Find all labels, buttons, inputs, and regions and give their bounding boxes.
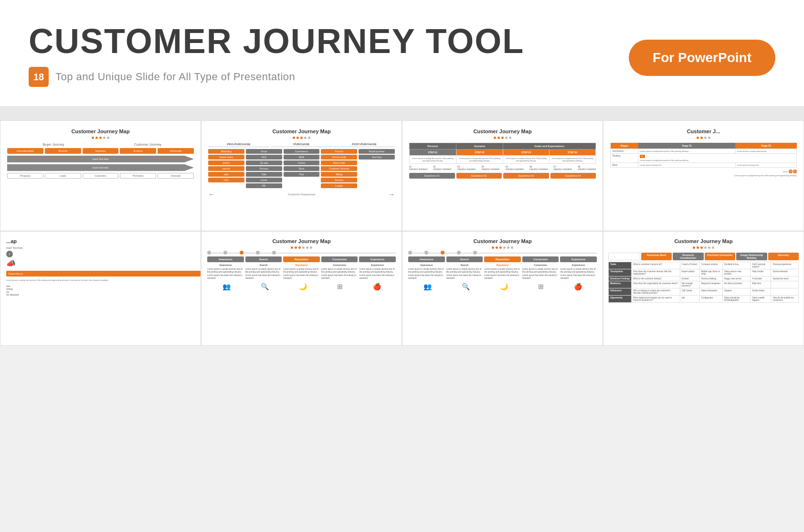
event-item: Event [246,178,282,182]
dot [103,137,106,139]
purchase-header: PURCHASE [271,143,332,147]
exp03-box: Experience 03 [503,173,549,179]
experience-phase: Experience [6,271,201,277]
timeline-node [223,251,227,255]
timeline-node [457,251,461,255]
email-item: Email [246,149,282,154]
subtitle-text: Top and Unique Slide for All Type of Pre… [55,71,295,83]
opp-val6: How do we enable my customers [771,296,799,303]
ceo-item: CEO [208,178,244,182]
em-val4: Happy new arrival [722,277,750,281]
grid-icon: ⊞ [337,283,343,290]
wk-val5: Wait time [751,281,771,288]
dot [704,246,707,249]
slide-count-badge: 18 [29,67,49,87]
thinking-label: Thinking [611,154,638,163]
upsale-item: Up sale [246,160,282,165]
slide-4[interactable]: Customer J... Stages Stage 01 Stage 02 [603,120,804,231]
table-row: Tasks What is customer trying to do? I n… [609,262,799,269]
stage-07: 07industry's standard [554,166,572,170]
timeline-node [256,251,260,255]
slide-2-dots [208,137,395,139]
right-arrow-icon: → [388,191,395,198]
opp-val1: What digital technologies can be used to… [632,296,680,303]
research-header: Research/ Consideration [673,253,704,260]
dot [302,246,305,249]
tp-val2: Lorem ipsum is simply dummy text [735,149,796,154]
prospects-box: Prospects [7,173,43,179]
dot [291,246,293,249]
exp02-box: Experience 02 [456,173,502,179]
dot [700,246,703,249]
buyer-journey-label: Buyer Journey [7,143,100,146]
for-powerpoint-button[interactable]: For PowerPoint [629,40,775,76]
dot [509,137,511,139]
dot [304,137,307,139]
inf-val6 [771,288,799,296]
post-purchase-header: POST-PURCHASE [334,143,395,147]
news-item: News Lette [321,160,357,165]
dot [697,137,699,139]
bottom-slide-2[interactable]: Customer Journey Map [201,231,402,346]
em-val1: What is the customer feeling? [632,277,680,281]
slide-1[interactable]: Customer Journey Map Buyer Journey Custo… [0,120,201,231]
slide-3[interactable]: Customer Journey Map Persona Scenario Go… [402,120,603,231]
timeline-node [424,251,428,255]
search-text: Lorem ipsum is simply dummy text of the … [245,268,282,280]
range-dot: 25 [793,170,797,173]
table-row: Influencers Who is helping to shape the … [609,288,799,296]
em-val6: Spread the word [771,277,799,281]
advocate-bottom-box: Advocate [158,173,194,179]
dot [107,137,109,139]
tasks-val6: Sharing experience [771,262,799,269]
wk-val4: No demo provided [722,281,750,288]
dot [499,246,502,249]
experience-label: Experience [371,264,384,266]
timeline-node-active [240,251,243,255]
people2-icon: 👥 [423,283,432,290]
customer-journey-label: Customer Journey [102,143,194,146]
apple2-icon: 🍎 [574,283,582,290]
stage01-th: Stage 01 [638,143,736,149]
table-row: Emotions/ Feelings What is the customer … [609,277,799,281]
dot [310,246,312,249]
tp2-val6: Social networks [771,269,799,277]
inf-val2: Call Center [680,288,699,296]
slide-1-title: Customer Journey Map [7,128,194,134]
timeline-node [473,251,477,255]
stage-02: 02industry's standard [433,166,451,170]
ecommerce-item: Ecommerce [284,149,320,154]
bottom-slides-grid: ...ap Insert Text here 2 📣 Experience Lo… [0,231,804,346]
leads-box: Leads [45,173,81,179]
opportunity-label: Opportunity [609,296,632,303]
touchpoints-label: Touchpoints [609,269,632,277]
header-section: CUSTOMER JOURNEY TOOL 18 Top and Unique … [0,0,804,106]
stage-03: 03industry's standard [457,166,476,170]
pr-item: PR [246,183,282,188]
experience-text: Lorem ipsum is simply dummy text of the … [359,268,396,280]
bottom-slide-1[interactable]: ...ap Insert Text here 2 📣 Experience Lo… [0,231,201,346]
search2-header: Search [446,256,483,262]
touchpoints-label: Touchpoints [611,149,638,154]
inf-val4: Support [722,288,750,296]
dot [298,246,301,249]
opp-val3: Configurator [699,296,722,303]
tasks-label: Tasks [609,262,632,269]
billing-item: Billing [321,172,357,177]
slide-3-table: Persona Scenario Goals and Expectations … [409,143,596,164]
bottom-slide-3[interactable]: Customer Journey Map [402,231,603,346]
step02-cell: STEP 02 [456,149,503,156]
pre-purchase-header: PRO-PURCHASE [208,143,269,147]
opp-val4: Sales should be knowledgeable [722,296,750,303]
search-label: Search [260,264,268,266]
top-slides-grid: Customer Journey Map Buyer Journey Custo… [0,120,804,231]
scenario-header: Scenario [456,143,503,149]
slide-2-title: Customer Journey Map [208,128,395,134]
dot [700,137,703,139]
tasks-val2: I need a Product [680,262,699,269]
bottom-slide-4[interactable]: Customer Journey Map Awareness Need Rese… [603,231,804,346]
reputation-text: Lorem ipsum is simply dummy text of the … [283,268,320,280]
exp01-box: Experience 01 [409,173,455,179]
slide-2[interactable]: Customer Journey Map PRO-PURCHASE PURCHA… [201,120,402,231]
step03-cell: STEP 03 [503,149,550,156]
